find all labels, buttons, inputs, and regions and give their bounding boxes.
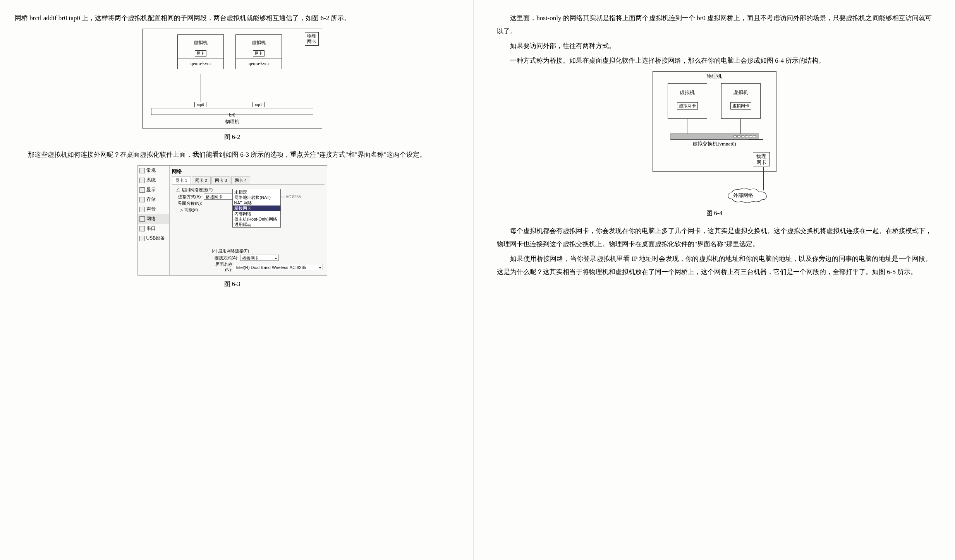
page-left: 网桥 brctl addif br0 tap0 上，这样将两个虚拟机配置相同的子… bbox=[0, 0, 473, 560]
enable2-label: 启用网络连接(E) bbox=[218, 248, 249, 254]
vnic-b: 虚拟网卡 bbox=[730, 102, 751, 110]
host-title: 物理机 bbox=[653, 72, 776, 81]
chevron-down-icon: ▼ bbox=[275, 256, 278, 262]
sidebar-label-display: 显示 bbox=[146, 187, 156, 193]
r-para1: 这里面，host-only 的网络其实就是指将上面两个虚拟机连到一个 br0 虚… bbox=[497, 12, 932, 38]
para-2: 那这些虚拟机如何连接外网呢？在桌面虚拟化软件上面，我们能看到如图 6-3 所示的… bbox=[15, 148, 450, 161]
figure-6-4: 物理机 虚拟机 虚拟网卡 虚拟机 虚拟网卡 bbox=[497, 71, 932, 206]
port-icon bbox=[753, 135, 756, 137]
tab-adapter4[interactable]: 网卡 4 bbox=[231, 176, 250, 184]
fig62-caption: 图 6-2 bbox=[15, 133, 450, 141]
sidebar-item-display[interactable]: 显示 bbox=[138, 185, 169, 195]
vm-label-b: 虚拟机 bbox=[252, 40, 266, 45]
sidebar-item-audio[interactable]: 声音 bbox=[138, 204, 169, 214]
conn2-row: 连接方式(A): 桥接网卡▼ bbox=[212, 255, 323, 261]
sidebar-label-serial: 串口 bbox=[146, 225, 156, 232]
book-spread: 网桥 brctl addif br0 tap0 上，这样将两个虚拟机配置相同的子… bbox=[0, 0, 955, 560]
enable2-checkbox[interactable] bbox=[212, 249, 216, 253]
sidebar-item-system[interactable]: 系统 bbox=[138, 175, 169, 185]
sidebar-item-network[interactable]: 网络 bbox=[138, 214, 169, 224]
sidebar-label-system: 系统 bbox=[146, 177, 156, 183]
opt-internal[interactable]: 内部网络 bbox=[233, 211, 280, 216]
audio-icon bbox=[139, 207, 145, 212]
vm-stack-b: 虚拟机 网卡 qemu-kvm bbox=[235, 34, 282, 69]
pnic-vline bbox=[763, 139, 763, 152]
sidebar-item-storage[interactable]: 存储 bbox=[138, 195, 169, 204]
enable2-row: 启用网络连接(E) bbox=[212, 248, 323, 254]
triangle-right-icon: ▷ bbox=[180, 207, 183, 212]
system-icon bbox=[139, 178, 145, 183]
r-para2: 如果要访问外部，往往有两种方式。 bbox=[497, 39, 932, 53]
advanced-label: 高级(d) bbox=[184, 207, 198, 213]
sidebar-label-usb: USB设备 bbox=[146, 235, 165, 241]
settings-sidebar: 常规 系统 显示 存储 声音 网络 串口 USB设备 bbox=[138, 166, 170, 275]
enable-checkbox[interactable] bbox=[176, 188, 180, 192]
conn-label: 连接方式(A): bbox=[176, 194, 204, 200]
iface-label: 界面名称(N): bbox=[176, 200, 204, 206]
sidebar-item-general[interactable]: 常规 bbox=[138, 166, 169, 175]
sidebar-label-network: 网络 bbox=[146, 216, 156, 222]
port-icon bbox=[745, 135, 748, 137]
sidebar-label-general: 常规 bbox=[146, 167, 156, 174]
conn2-label: 连接方式(A): bbox=[212, 255, 240, 261]
pnic-line2: 网卡 bbox=[756, 159, 766, 165]
storage-icon bbox=[139, 197, 145, 202]
opt-unspecified[interactable]: 未指定 bbox=[233, 189, 280, 195]
tap0-label: tap0 bbox=[194, 102, 206, 107]
vm-line-a bbox=[687, 119, 687, 134]
conn2-value: 桥接网卡 bbox=[242, 256, 259, 260]
figure-6-3: 常规 系统 显示 存储 声音 网络 串口 USB设备 网络 网卡 1 网卡 2 … bbox=[15, 165, 450, 277]
vm-box-b: 虚拟机 网卡 bbox=[235, 34, 282, 58]
switch-label: 虚拟交换机(vmnet0) bbox=[653, 140, 776, 147]
port-icon bbox=[741, 135, 744, 137]
vswitch bbox=[670, 134, 759, 140]
tab-adapter1[interactable]: 网卡 1 bbox=[172, 176, 191, 184]
pnic-down-line bbox=[763, 167, 764, 190]
display-icon bbox=[139, 187, 145, 193]
tab-adapter3[interactable]: 网卡 3 bbox=[211, 176, 230, 184]
opt-natnet[interactable]: NAT 网络 bbox=[233, 200, 280, 206]
adapter-tabs: 网卡 1 网卡 2 网卡 3 网卡 4 bbox=[172, 176, 325, 185]
qemu-a: qemu-kvm bbox=[177, 58, 224, 69]
sidebar-item-serial[interactable]: 串口 bbox=[138, 224, 169, 233]
iface2-value: Intel(R) Dual Band Wireless-AC 8265 bbox=[236, 265, 306, 270]
phys-line2: 网卡 bbox=[307, 39, 316, 44]
qemu-b: qemu-kvm bbox=[235, 58, 282, 69]
fig64-caption: 图 6-4 bbox=[497, 209, 932, 217]
iface2-label: 界面名称(N): bbox=[212, 262, 234, 272]
phys-line1: 物理 bbox=[307, 33, 316, 39]
vm-b: 虚拟机 虚拟网卡 bbox=[721, 83, 761, 119]
opt-generic[interactable]: 通用驱动 bbox=[233, 222, 280, 227]
general-icon bbox=[139, 168, 145, 173]
port-icon bbox=[749, 135, 752, 137]
iface-hint: ss-AC 8265 bbox=[281, 195, 301, 199]
network-icon bbox=[139, 216, 145, 222]
nic-label-a: 网卡 bbox=[195, 50, 206, 57]
figure-6-2: 物理 网卡 虚拟机 网卡 qemu-kvm 虚拟机 网卡 qemu-kvm bbox=[15, 29, 450, 130]
sidebar-item-usb[interactable]: USB设备 bbox=[138, 233, 169, 243]
para-1: 网桥 brctl addif br0 tap0 上，这样将两个虚拟机配置相同的子… bbox=[15, 12, 450, 25]
tab-adapter2[interactable]: 网卡 2 bbox=[192, 176, 211, 184]
vm-line-b bbox=[740, 119, 741, 134]
opt-nat[interactable]: 网络地址转换(NAT) bbox=[233, 195, 280, 200]
line-b bbox=[259, 74, 259, 102]
pnic-line1: 物理 bbox=[756, 153, 766, 159]
page-right: 这里面，host-only 的网络其实就是指将上面两个虚拟机连到一个 br0 虚… bbox=[474, 0, 955, 560]
sidebar-label-audio: 声音 bbox=[146, 206, 156, 212]
conn2-combo[interactable]: 桥接网卡▼ bbox=[240, 255, 279, 261]
physical-nic-box: 物理 网卡 bbox=[753, 152, 770, 166]
opt-bridged[interactable]: 桥接网卡 bbox=[233, 206, 280, 211]
bottom-block: 启用网络连接(E) 连接方式(A): 桥接网卡▼ 界面名称(N): Intel(… bbox=[208, 247, 323, 273]
line-a bbox=[201, 74, 201, 102]
r-para4: 每个虚拟机都会有虚拟网卡，你会发现在你的电脑上多了几个网卡，这其实是虚拟交换机。… bbox=[497, 224, 932, 251]
nic-label-b: 网卡 bbox=[253, 50, 265, 57]
usb-icon bbox=[139, 236, 145, 241]
iface2-combo[interactable]: Intel(R) Dual Band Wireless-AC 8265▼ bbox=[234, 264, 323, 270]
conn-dropdown[interactable]: 未指定 网络地址转换(NAT) NAT 网络 桥接网卡 内部网络 仅主机(Hos… bbox=[232, 189, 281, 228]
enable-label: 启用网络连接(E) bbox=[182, 187, 213, 193]
opt-hostonly[interactable]: 仅主机(Host-Only)网络 bbox=[233, 216, 280, 222]
r-para5: 如果使用桥接网络，当你登录虚拟机里看 IP 地址时会发现，你的虚拟机的地址和你的… bbox=[497, 252, 932, 279]
vm-a-label: 虚拟机 bbox=[680, 89, 695, 95]
host-label: 物理机 bbox=[143, 118, 322, 125]
tap1-label: tap1 bbox=[252, 102, 265, 107]
